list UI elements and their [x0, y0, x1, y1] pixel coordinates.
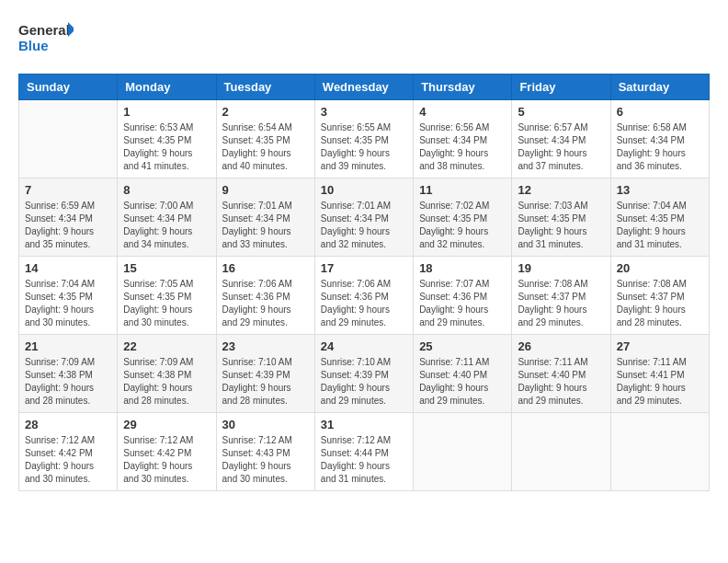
sunset-text: Sunset: 4:38 PM: [123, 370, 191, 380]
sunrise-text: Sunrise: 7:05 AM: [123, 279, 193, 289]
day-info: Sunrise: 7:12 AM Sunset: 4:43 PM Dayligh…: [222, 434, 309, 486]
logo-svg: General Blue: [18, 18, 74, 59]
svg-marker-2: [68, 22, 74, 37]
calendar-week-row: 28 Sunrise: 7:12 AM Sunset: 4:42 PM Dayl…: [19, 413, 710, 491]
day-info: Sunrise: 7:11 AM Sunset: 4:40 PM Dayligh…: [518, 356, 604, 408]
sunset-text: Sunset: 4:35 PM: [321, 135, 389, 145]
calendar-col-header: Wednesday: [314, 75, 413, 100]
day-number: 24: [321, 339, 407, 353]
day-number: 6: [617, 105, 703, 119]
sunrise-text: Sunrise: 6:54 AM: [222, 122, 292, 132]
calendar-day-cell: 1 Sunrise: 6:53 AM Sunset: 4:35 PM Dayli…: [118, 100, 216, 178]
sunset-text: Sunset: 4:40 PM: [419, 370, 487, 380]
sunset-text: Sunset: 4:34 PM: [123, 213, 191, 224]
sunset-text: Sunset: 4:36 PM: [419, 292, 487, 302]
calendar-day-cell: 3 Sunrise: 6:55 AM Sunset: 4:35 PM Dayli…: [314, 100, 413, 178]
sunset-text: Sunset: 4:38 PM: [25, 370, 93, 380]
sunset-text: Sunset: 4:35 PM: [617, 213, 685, 224]
day-info: Sunrise: 7:06 AM Sunset: 4:36 PM Dayligh…: [321, 278, 407, 329]
daylight-text: Daylight: 9 hours and 31 minutes.: [518, 226, 586, 249]
day-info: Sunrise: 7:10 AM Sunset: 4:39 PM Dayligh…: [222, 356, 309, 408]
day-number: 27: [617, 339, 703, 353]
day-info: Sunrise: 7:04 AM Sunset: 4:35 PM Dayligh…: [617, 200, 703, 251]
daylight-text: Daylight: 9 hours and 29 minutes.: [617, 383, 686, 406]
daylight-text: Daylight: 9 hours and 30 minutes.: [123, 304, 192, 327]
day-number: 9: [222, 183, 309, 197]
daylight-text: Daylight: 9 hours and 36 minutes.: [617, 148, 686, 171]
calendar-day-cell: 15 Sunrise: 7:05 AM Sunset: 4:35 PM Dayl…: [118, 257, 216, 335]
sunrise-text: Sunrise: 7:11 AM: [419, 357, 489, 367]
sunset-text: Sunset: 4:35 PM: [123, 135, 191, 145]
day-info: Sunrise: 7:10 AM Sunset: 4:39 PM Dayligh…: [321, 356, 407, 408]
daylight-text: Daylight: 9 hours and 29 minutes.: [518, 383, 586, 406]
daylight-text: Daylight: 9 hours and 29 minutes.: [518, 304, 586, 327]
day-info: Sunrise: 7:01 AM Sunset: 4:34 PM Dayligh…: [222, 200, 309, 251]
calendar-day-cell: [414, 413, 512, 491]
sunrise-text: Sunrise: 7:12 AM: [25, 435, 95, 445]
daylight-text: Daylight: 9 hours and 38 minutes.: [419, 148, 488, 171]
daylight-text: Daylight: 9 hours and 30 minutes.: [25, 461, 94, 484]
day-info: Sunrise: 7:12 AM Sunset: 4:42 PM Dayligh…: [123, 434, 210, 486]
daylight-text: Daylight: 9 hours and 28 minutes.: [617, 304, 686, 327]
calendar-day-cell: 7 Sunrise: 6:59 AM Sunset: 4:34 PM Dayli…: [19, 178, 118, 257]
day-info: Sunrise: 7:11 AM Sunset: 4:41 PM Dayligh…: [617, 356, 703, 408]
calendar-col-header: Thursday: [414, 75, 512, 100]
day-number: 13: [617, 183, 703, 197]
sunrise-text: Sunrise: 7:03 AM: [518, 201, 587, 211]
daylight-text: Daylight: 9 hours and 30 minutes.: [25, 304, 94, 327]
day-number: 25: [419, 339, 506, 353]
day-number: 31: [321, 418, 407, 431]
daylight-text: Daylight: 9 hours and 37 minutes.: [518, 148, 586, 171]
day-number: 30: [222, 418, 309, 431]
day-info: Sunrise: 7:02 AM Sunset: 4:35 PM Dayligh…: [419, 200, 506, 251]
sunset-text: Sunset: 4:44 PM: [321, 448, 389, 458]
calendar-day-cell: 29 Sunrise: 7:12 AM Sunset: 4:42 PM Dayl…: [118, 413, 216, 491]
sunrise-text: Sunrise: 6:56 AM: [419, 122, 489, 132]
sunset-text: Sunset: 4:35 PM: [518, 213, 586, 224]
day-info: Sunrise: 6:58 AM Sunset: 4:34 PM Dayligh…: [617, 121, 703, 173]
day-number: 18: [419, 261, 506, 275]
daylight-text: Daylight: 9 hours and 29 minutes.: [222, 304, 291, 327]
day-info: Sunrise: 7:01 AM Sunset: 4:34 PM Dayligh…: [321, 200, 407, 251]
day-info: Sunrise: 6:56 AM Sunset: 4:34 PM Dayligh…: [419, 121, 506, 173]
calendar-day-cell: 12 Sunrise: 7:03 AM Sunset: 4:35 PM Dayl…: [512, 178, 610, 257]
day-number: 5: [518, 105, 604, 119]
day-number: 22: [123, 339, 210, 353]
daylight-text: Daylight: 9 hours and 29 minutes.: [419, 304, 488, 327]
sunrise-text: Sunrise: 7:08 AM: [617, 279, 687, 289]
calendar-day-cell: 23 Sunrise: 7:10 AM Sunset: 4:39 PM Dayl…: [216, 335, 314, 413]
sunrise-text: Sunrise: 7:12 AM: [222, 435, 292, 445]
sunrise-text: Sunrise: 7:04 AM: [25, 279, 95, 289]
day-number: 17: [321, 261, 407, 275]
daylight-text: Daylight: 9 hours and 29 minutes.: [419, 383, 488, 406]
sunrise-text: Sunrise: 6:59 AM: [25, 201, 95, 211]
sunset-text: Sunset: 4:34 PM: [222, 213, 290, 224]
day-info: Sunrise: 7:08 AM Sunset: 4:37 PM Dayligh…: [518, 278, 604, 329]
calendar-table: SundayMondayTuesdayWednesdayThursdayFrid…: [18, 74, 710, 491]
sunset-text: Sunset: 4:34 PM: [419, 135, 487, 145]
calendar-day-cell: 25 Sunrise: 7:11 AM Sunset: 4:40 PM Dayl…: [414, 335, 512, 413]
calendar-header-row: SundayMondayTuesdayWednesdayThursdayFrid…: [19, 75, 710, 100]
day-number: 7: [25, 183, 111, 197]
calendar-day-cell: 26 Sunrise: 7:11 AM Sunset: 4:40 PM Dayl…: [512, 335, 610, 413]
day-number: 21: [25, 339, 111, 353]
sunset-text: Sunset: 4:36 PM: [321, 292, 389, 302]
sunset-text: Sunset: 4:34 PM: [321, 213, 389, 224]
sunrise-text: Sunrise: 7:11 AM: [617, 357, 687, 367]
day-number: 20: [617, 261, 703, 275]
calendar-week-row: 1 Sunrise: 6:53 AM Sunset: 4:35 PM Dayli…: [19, 100, 710, 178]
sunset-text: Sunset: 4:42 PM: [123, 448, 191, 458]
day-info: Sunrise: 7:06 AM Sunset: 4:36 PM Dayligh…: [222, 278, 309, 329]
sunset-text: Sunset: 4:39 PM: [321, 370, 389, 380]
day-info: Sunrise: 7:11 AM Sunset: 4:40 PM Dayligh…: [419, 356, 506, 408]
calendar-day-cell: 27 Sunrise: 7:11 AM Sunset: 4:41 PM Dayl…: [610, 335, 709, 413]
day-number: 14: [25, 261, 111, 275]
svg-text:Blue: Blue: [18, 38, 49, 53]
sunrise-text: Sunrise: 7:09 AM: [25, 357, 95, 367]
daylight-text: Daylight: 9 hours and 28 minutes.: [123, 383, 192, 406]
sunset-text: Sunset: 4:43 PM: [222, 448, 290, 458]
daylight-text: Daylight: 9 hours and 33 minutes.: [222, 226, 291, 249]
sunrise-text: Sunrise: 6:55 AM: [321, 122, 391, 132]
sunrise-text: Sunrise: 7:06 AM: [321, 279, 391, 289]
sunset-text: Sunset: 4:35 PM: [25, 292, 93, 302]
